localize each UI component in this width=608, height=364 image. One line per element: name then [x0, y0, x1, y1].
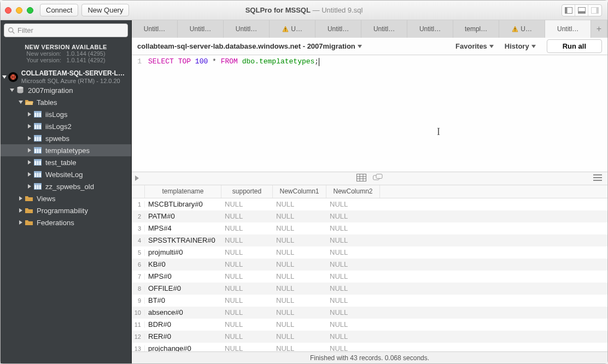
cell[interactable]: NULL [326, 332, 380, 340]
cell[interactable]: NULL [273, 284, 326, 292]
disclosure-icon[interactable] [19, 196, 22, 201]
minimize-window-button[interactable] [16, 7, 22, 14]
table-row[interactable]: 11BDR#0NULLNULLNULL [132, 319, 607, 331]
connection-path[interactable]: collabteam-sql-server-lab.database.windo… [137, 42, 362, 50]
cell[interactable]: NULL [221, 344, 273, 351]
cell[interactable]: NULL [326, 212, 380, 220]
cell[interactable]: NULL [273, 296, 326, 304]
query-tab[interactable]: templ… [453, 20, 499, 38]
cell[interactable]: NULL [221, 236, 273, 244]
cell[interactable]: NULL [326, 296, 380, 304]
results-body[interactable]: 1MSCBTLibrary#0NULLNULLNULL2PATM#0NULLNU… [132, 198, 607, 351]
query-tab[interactable]: Untitl… [132, 20, 178, 38]
connect-button[interactable]: Connect [40, 4, 78, 16]
disclosure-icon[interactable] [28, 172, 31, 177]
table-node[interactable]: test_table [1, 156, 131, 168]
table-node[interactable]: iisLogs2 [1, 120, 131, 132]
layout-bottom-icon[interactable] [575, 5, 588, 16]
table-node[interactable]: iisLogs [1, 108, 131, 120]
cell[interactable]: NULL [326, 344, 380, 351]
tables-folder[interactable]: Tables [1, 96, 131, 108]
close-window-button[interactable] [5, 7, 11, 14]
code-content[interactable]: SELECT TOP 100 * FROM dbo.templatetypes; [145, 55, 319, 172]
column-header[interactable]: templatename [145, 185, 221, 198]
table-row[interactable]: 1MSCBTLibrary#0NULLNULLNULL [132, 198, 607, 210]
cell[interactable]: PATM#0 [145, 212, 221, 220]
query-tab[interactable]: Untitl… [407, 20, 453, 38]
disclosure-icon[interactable] [28, 136, 31, 140]
cell[interactable]: SPSSTKTRAINER#0 [145, 236, 221, 244]
cell[interactable]: NULL [221, 296, 273, 304]
disclosure-icon[interactable] [28, 184, 31, 189]
cell[interactable]: NULL [273, 248, 326, 256]
table-node[interactable]: zz_spwebs_old [1, 180, 131, 192]
run-current-button[interactable] [135, 175, 139, 181]
cell[interactable]: NULL [326, 308, 380, 316]
cell[interactable]: NULL [221, 200, 273, 208]
table-row[interactable]: 9BT#0NULLNULLNULL [132, 295, 607, 307]
disclosure-icon[interactable] [2, 75, 7, 79]
table-row[interactable]: 3MPS#4NULLNULLNULL [132, 222, 607, 234]
grid-view-icon[interactable] [356, 174, 366, 183]
cell[interactable]: NULL [221, 308, 273, 316]
cell[interactable]: MPS#0 [145, 272, 221, 280]
history-menu[interactable]: History [505, 42, 536, 50]
query-tab[interactable]: Untitl… [361, 20, 407, 38]
query-tab[interactable]: U… [499, 20, 545, 38]
table-row[interactable]: 8OFFILE#0NULLNULLNULL [132, 283, 607, 295]
cell[interactable]: RER#0 [145, 332, 221, 340]
table-row[interactable]: 5projmulti#0NULLNULLNULL [132, 246, 607, 259]
query-tab[interactable]: Untitl… [545, 20, 591, 38]
cell[interactable]: NULL [273, 224, 326, 232]
cell[interactable]: NULL [273, 272, 326, 280]
cell[interactable]: MPS#4 [145, 224, 221, 232]
cell[interactable]: NULL [326, 248, 380, 256]
layout-right-icon[interactable] [588, 5, 601, 16]
database-node[interactable]: 2007migration [1, 84, 131, 96]
server-node[interactable]: COLLABTEAM-SQL-SERVER-LA… Microsoft SQL … [1, 69, 131, 84]
folder-node[interactable]: Programmability [1, 204, 131, 216]
cell[interactable]: NULL [221, 260, 273, 268]
column-header[interactable]: supported [221, 185, 273, 198]
disclosure-icon[interactable] [28, 112, 31, 116]
query-tab[interactable]: Untitl… [178, 20, 224, 38]
run-all-button[interactable]: Run all [547, 39, 602, 53]
layout-left-icon[interactable] [562, 5, 575, 16]
column-header[interactable]: NewColumn2 [326, 185, 380, 198]
cell[interactable]: MSCBTLibrary#0 [145, 200, 221, 208]
table-row[interactable]: 7MPS#0NULLNULLNULL [132, 271, 607, 283]
update-banner[interactable]: NEW VERSION AVAILABLE New version: 1.0.1… [1, 40, 131, 69]
cell[interactable]: KB#0 [145, 260, 221, 268]
table-row[interactable]: 10absence#0NULLNULLNULL [132, 307, 607, 319]
zoom-window-button[interactable] [27, 7, 33, 14]
cell[interactable]: absence#0 [145, 308, 221, 316]
table-node[interactable]: WebsiteLog [1, 168, 131, 180]
cell[interactable]: NULL [221, 212, 273, 220]
table-row[interactable]: 6KB#0NULLNULLNULL [132, 259, 607, 271]
new-query-button[interactable]: New Query [81, 4, 129, 16]
cell[interactable]: NULL [273, 236, 326, 244]
cell[interactable]: NULL [221, 332, 273, 340]
cell[interactable]: projmulti#0 [145, 248, 221, 256]
disclosure-icon[interactable] [19, 101, 23, 104]
results-menu-icon[interactable] [593, 174, 602, 183]
disclosure-icon[interactable] [10, 89, 14, 92]
cell[interactable]: NULL [326, 272, 380, 280]
cell[interactable]: NULL [326, 320, 380, 328]
cell[interactable]: NULL [221, 284, 273, 292]
disclosure-icon[interactable] [28, 124, 31, 128]
cell[interactable]: NULL [273, 260, 326, 268]
cell[interactable]: NULL [273, 332, 326, 340]
sql-editor[interactable]: 1 SELECT TOP 100 * FROM dbo.templatetype… [132, 55, 607, 172]
cell[interactable]: NULL [326, 236, 380, 244]
cell[interactable]: NULL [221, 272, 273, 280]
table-row[interactable]: 2PATM#0NULLNULLNULL [132, 210, 607, 222]
layout-segmented[interactable] [562, 4, 602, 16]
cell[interactable]: NULL [221, 248, 273, 256]
favorites-menu[interactable]: Favorites [455, 42, 494, 50]
new-tab-button[interactable]: + [591, 20, 607, 38]
disclosure-icon[interactable] [28, 160, 31, 165]
column-header[interactable]: NewColumn1 [273, 185, 326, 198]
table-node[interactable]: spwebs [1, 132, 131, 144]
folder-node[interactable]: Federations [1, 216, 131, 228]
